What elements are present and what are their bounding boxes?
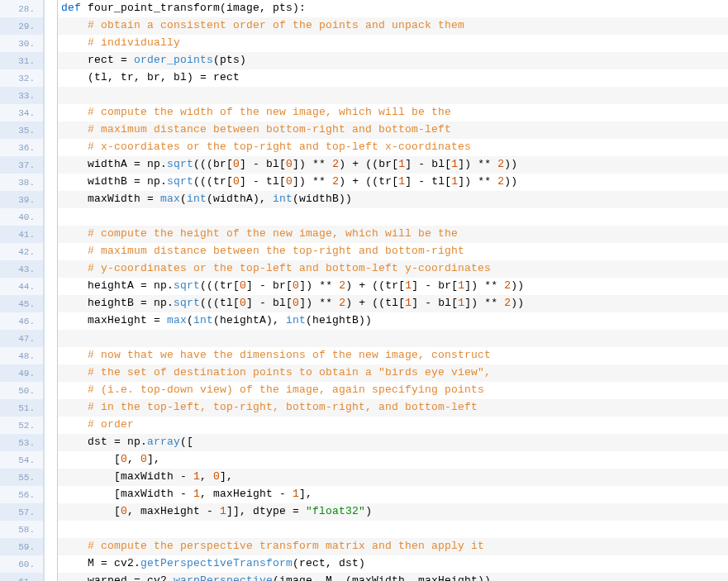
line-number: 32. [0,69,45,87]
line-number: 58. [0,521,45,538]
code-content[interactable]: heightA = np.sqrt(((tr[0] - br[0]) ** 2)… [58,278,728,295]
fold-gutter [45,382,58,399]
code-content[interactable]: maxHeight = max(int(heightA), int(height… [58,312,728,330]
line-number: 34. [0,104,45,121]
token-name: ], [147,453,160,465]
code-line: 39. maxWidth = max(int(widthA), int(widt… [0,191,728,208]
code-content[interactable]: # individually [58,35,728,52]
code-content[interactable]: widthA = np.sqrt(((br[0] - bl[0]) ** 2) … [58,156,728,174]
line-number: 53. [0,434,45,451]
token-num: 1 [398,158,405,170]
token-name: (image, pts): [220,2,306,14]
fold-gutter [45,121,58,139]
line-number: 52. [0,417,45,434]
token-comment: # the set of destination points to obtai… [88,366,491,379]
line-number: 31. [0,52,45,69]
token-name: widthB = np. [88,175,167,188]
code-content[interactable] [58,521,728,538]
code-content[interactable]: dst = np.array([ [58,434,728,451]
token-name: ], [299,488,312,500]
code-content[interactable]: # x-coordiates or the top-right and top-… [58,139,728,156]
line-number: 48. [0,347,45,364]
token-name: heightB = np. [88,297,174,309]
fold-gutter [45,226,58,243]
fold-gutter [45,87,58,104]
code-content[interactable]: # (i.e. top-down view) of the image, aga… [58,382,728,399]
token-name: ] - br[ [246,279,293,292]
code-content[interactable]: warped = cv2.warpPerspective(image, M, (… [58,573,728,581]
fold-gutter [45,399,58,417]
code-line: 61. warped = cv2.warpPerspective(image, … [0,573,728,581]
code-content[interactable]: # now that we have the dimensions of the… [58,347,728,364]
line-number: 61. [0,573,45,581]
code-content[interactable] [58,208,728,226]
token-num: 1 [193,470,200,483]
code-content[interactable] [58,330,728,347]
code-content[interactable]: # obtain a consistent order of the point… [58,17,728,35]
token-name: warped = cv2. [88,574,174,581]
line-number: 43. [0,260,45,278]
token-name: [ [114,453,121,465]
token-name: , [200,470,213,483]
code-line: 52. # order [0,417,728,434]
token-name: ], [220,470,233,483]
token-num: 1 [405,279,412,292]
code-content[interactable]: [0, maxHeight - 1]], dtype = "float32") [58,503,728,521]
fold-gutter [45,156,58,174]
token-num: 1 [405,297,412,309]
code-line: 49. # the set of destination points to o… [0,364,728,382]
token-comment: # (i.e. top-down view) of the image, aga… [88,383,484,396]
fold-gutter [45,434,58,451]
token-num: 1 [220,505,226,517]
line-number: 28. [0,0,45,17]
code-content[interactable]: # y-coordinates or the top-left and bott… [58,260,728,278]
code-content[interactable]: [maxWidth - 1, 0], [58,469,728,486]
code-content[interactable]: maxWidth = max(int(widthA), int(widthB)) [58,191,728,208]
token-num: 2 [339,279,345,292]
code-line: 32. (tl, tr, br, bl) = rect [0,69,728,87]
code-content[interactable]: # compute the width of the new image, wh… [58,104,728,121]
code-content[interactable]: rect = order_points(pts) [58,52,728,69]
code-content[interactable]: [maxWidth - 1, maxHeight - 1], [58,486,728,503]
code-content[interactable]: # maximum distance between the top-right… [58,243,728,260]
fold-gutter [45,278,58,295]
code-content[interactable]: M = cv2.getPerspectiveTransform(rect, ds… [58,555,728,573]
code-content[interactable]: # compute the height of the new image, w… [58,226,728,243]
token-name: , maxHeight - [200,488,293,500]
code-content[interactable]: widthB = np.sqrt(((tr[0] - tl[0]) ** 2) … [58,174,728,191]
token-num: 2 [339,297,345,309]
token-name: ] - tl[ [405,175,451,188]
code-content[interactable] [58,87,728,104]
token-name: [maxWidth - [114,470,193,483]
token-name: ] - bl[ [405,158,451,170]
code-content[interactable]: # compute the perspective transform matr… [58,538,728,555]
token-name: ]) ** [299,279,339,292]
fold-gutter [45,243,58,260]
code-content[interactable]: heightB = np.sqrt(((tl[0] - bl[0]) ** 2)… [58,295,728,312]
line-number: 46. [0,312,45,330]
code-content[interactable]: # in the top-left, top-right, bottom-rig… [58,399,728,417]
token-name: (heightA), [213,314,286,326]
code-content[interactable]: # order [58,417,728,434]
code-content[interactable]: # maximum distance between bottom-right … [58,121,728,139]
code-content[interactable]: (tl, tr, br, bl) = rect [58,69,728,87]
code-content[interactable]: def four_point_transform(image, pts): [58,0,728,17]
token-name: ) + ((tl[ [345,297,405,309]
line-number: 42. [0,243,45,260]
token-name: ([ [180,436,193,448]
token-num: 2 [332,158,339,170]
code-content[interactable]: [0, 0], [58,451,728,469]
code-line: 41. # compute the height of the new imag… [0,226,728,243]
token-name: ] - bl[ [240,158,286,170]
token-name: [ [114,505,121,517]
code-line: 43. # y-coordinates or the top-left and … [0,260,728,278]
fold-gutter [45,364,58,382]
code-content[interactable]: # the set of destination points to obtai… [58,364,728,382]
line-number: 57. [0,503,45,521]
token-name: (((br[ [193,158,233,170]
code-line: 57. [0, maxHeight - 1]], dtype = "float3… [0,503,728,521]
fold-gutter [45,347,58,364]
token-name: ] - tl[ [240,175,286,188]
token-num: 2 [332,175,339,188]
fold-gutter [45,17,58,35]
